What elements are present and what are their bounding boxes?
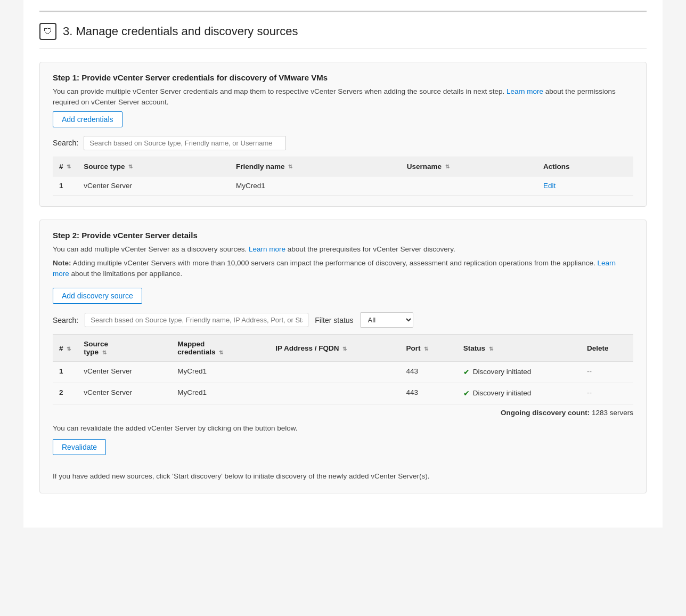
status-check-icon: ✔ <box>463 368 470 376</box>
step2-title: Step 2: Provide vCenter Server details <box>53 231 633 240</box>
add-discovery-source-button[interactable]: Add discovery source <box>53 288 142 304</box>
status-check-icon: ✔ <box>463 389 470 398</box>
delete-placeholder: -- <box>587 388 592 396</box>
col-actions: Actions <box>537 157 633 176</box>
discovery-count-label: Ongoing discovery count: 1283 servers <box>501 409 633 417</box>
cell-username <box>401 176 537 195</box>
step1-table-header: # ⇅ Source type ⇅ Friendly name ⇅ Userna… <box>53 157 633 176</box>
sort-icon-source-type[interactable]: ⇅ <box>128 164 133 169</box>
status-text: Discovery initiated <box>473 367 532 377</box>
step2-search-filter-row: Search: Filter status All <box>53 312 633 328</box>
cell-source-type: vCenter Server <box>77 362 171 383</box>
delete-placeholder: -- <box>587 367 592 375</box>
revalidate-section: You can revalidate the added vCenter Ser… <box>53 423 633 482</box>
sort-icon2-mapped-creds[interactable]: ⇅ <box>219 350 223 355</box>
top-border <box>39 11 647 12</box>
col2-mapped-creds: Mappedcredentials ⇅ <box>171 335 269 362</box>
col-friendly-name: Friendly name ⇅ <box>230 157 401 176</box>
edit-link[interactable]: Edit <box>543 182 556 190</box>
cell-status: ✔ Discovery initiated <box>457 362 581 383</box>
col-num: # ⇅ <box>53 157 77 176</box>
step1-learn-more-link[interactable]: Learn more <box>507 87 543 95</box>
cell-source-type: vCenter Server <box>77 176 230 195</box>
bottom-note-text: If you have added new sources, click 'St… <box>53 471 633 482</box>
cell-friendly-name: MyCred1 <box>230 176 401 195</box>
sort-icon2-num[interactable]: ⇅ <box>67 346 71 352</box>
step2-table-header: # ⇅ Sourcetype ⇅ Mappedcredentials ⇅ IP … <box>53 335 633 362</box>
cell-ip-fqdn <box>269 383 399 404</box>
table-row: 1 vCenter Server MyCred1 Edit <box>53 176 633 195</box>
col2-port: Port ⇅ <box>399 335 456 362</box>
cell-mapped-creds: MyCred1 <box>171 383 269 404</box>
sort-icon-num[interactable]: ⇅ <box>67 164 71 169</box>
step2-learn-more1-link[interactable]: Learn more <box>249 245 285 253</box>
col2-source-type: Sourcetype ⇅ <box>77 335 171 362</box>
col2-delete: Delete <box>581 335 633 362</box>
add-credentials-button[interactable]: Add credentials <box>53 111 123 127</box>
sort-icon-username[interactable]: ⇅ <box>445 164 450 169</box>
step2-note: Note: Adding multiple vCenter Servers wi… <box>53 258 633 280</box>
discovery-count-row: Ongoing discovery count: 1283 servers <box>53 409 633 417</box>
step1-search-label: Search: <box>53 139 78 147</box>
shield-icon: 🛡 <box>39 23 56 40</box>
step2-search-label: Search: <box>53 316 78 325</box>
cell-status: ✔ Discovery initiated <box>457 383 581 404</box>
table-row: 2 vCenter Server MyCred1 443 ✔ Discovery… <box>53 383 633 404</box>
sort-icon2-port[interactable]: ⇅ <box>424 346 428 352</box>
col-source-type: Source type ⇅ <box>77 157 230 176</box>
cell-action: Edit <box>537 176 633 195</box>
sort-icon2-source-type[interactable]: ⇅ <box>102 350 107 355</box>
cell-port: 443 <box>399 383 456 404</box>
cell-num: 1 <box>53 176 77 195</box>
page-title: 3. Manage credentials and discovery sour… <box>63 25 298 38</box>
revalidate-info-text: You can revalidate the added vCenter Ser… <box>53 423 633 434</box>
step1-section: Step 1: Provide vCenter Server credentia… <box>39 62 647 207</box>
step1-title: Step 1: Provide vCenter Server credentia… <box>53 73 633 82</box>
col2-status: Status ⇅ <box>457 335 581 362</box>
cell-source-type: vCenter Server <box>77 383 171 404</box>
step1-table: # ⇅ Source type ⇅ Friendly name ⇅ Userna… <box>53 157 633 196</box>
step2-table: # ⇅ Sourcetype ⇅ Mappedcredentials ⇅ IP … <box>53 334 633 404</box>
cell-num: 2 <box>53 383 77 404</box>
filter-status-label: Filter status <box>315 316 353 325</box>
col-username: Username ⇅ <box>401 157 537 176</box>
step2-section: Step 2: Provide vCenter Server details Y… <box>39 220 647 493</box>
col2-ip-fqdn: IP Address / FQDN ⇅ <box>269 335 399 362</box>
cell-mapped-creds: MyCred1 <box>171 362 269 383</box>
sort-icon2-ip-fqdn[interactable]: ⇅ <box>342 346 347 352</box>
step2-search-input[interactable] <box>85 313 308 327</box>
step2-table-body: 1 vCenter Server MyCred1 443 ✔ Discovery… <box>53 362 633 404</box>
step1-description: You can provide multiple vCenter Server … <box>53 86 633 108</box>
step2-desc1: You can add multiple vCenter Server as a… <box>53 244 633 255</box>
sort-icon-friendly-name[interactable]: ⇅ <box>288 164 292 169</box>
step1-search-input[interactable] <box>84 136 286 150</box>
cell-delete: -- <box>581 383 633 404</box>
page-header: 🛡 3. Manage credentials and discovery so… <box>39 23 647 49</box>
step1-table-body: 1 vCenter Server MyCred1 Edit <box>53 176 633 195</box>
cell-delete: -- <box>581 362 633 383</box>
filter-status-select[interactable]: All <box>360 312 413 328</box>
sort-icon2-status[interactable]: ⇅ <box>489 346 493 352</box>
table-row: 1 vCenter Server MyCred1 443 ✔ Discovery… <box>53 362 633 383</box>
cell-port: 443 <box>399 362 456 383</box>
col2-num: # ⇅ <box>53 335 77 362</box>
step1-search-row: Search: <box>53 136 633 150</box>
revalidate-button[interactable]: Revalidate <box>53 439 106 455</box>
cell-ip-fqdn <box>269 362 399 383</box>
status-text: Discovery initiated <box>473 388 532 399</box>
cell-num: 1 <box>53 362 77 383</box>
